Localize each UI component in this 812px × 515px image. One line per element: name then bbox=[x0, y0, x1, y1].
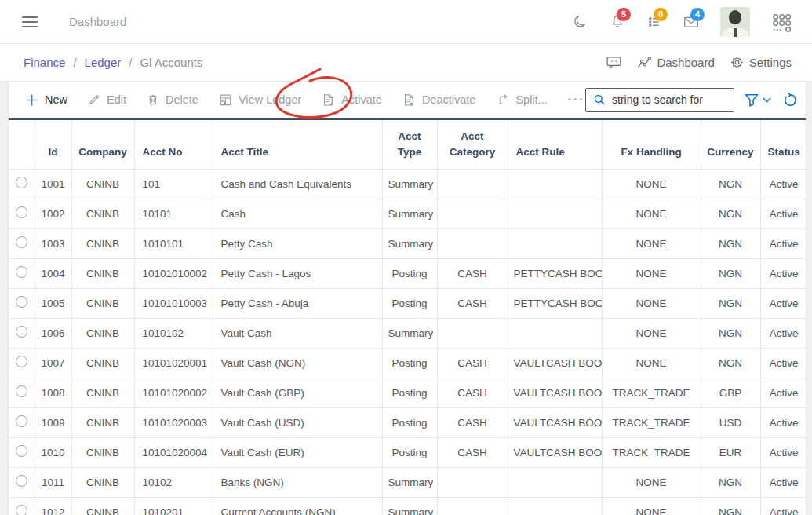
cell-status: Active bbox=[760, 348, 807, 378]
edit-button[interactable]: Edit bbox=[88, 93, 126, 106]
cell-fx_handling: TRACK_TRADE bbox=[602, 378, 701, 407]
cell-acct_rule bbox=[508, 199, 602, 228]
breadcrumb-item-current: Gl Accounts bbox=[140, 56, 202, 69]
cell-acct_type: Summary bbox=[382, 228, 437, 258]
apps-grid-icon[interactable] bbox=[771, 12, 792, 32]
new-button[interactable]: New bbox=[25, 93, 67, 107]
table-row[interactable]: 1012CNINB1010201Current Accounts (NGN)Su… bbox=[9, 497, 807, 515]
row-radio-cell bbox=[9, 199, 35, 228]
cell-currency: NGN bbox=[701, 348, 760, 378]
chevron-down-icon bbox=[763, 97, 771, 103]
id-link[interactable]: 1001 bbox=[41, 178, 64, 190]
cell-currency: USD bbox=[701, 407, 760, 437]
cell-company: CNINB bbox=[71, 258, 134, 288]
cell-acct_rule: VAULTCASH BOOK bbox=[508, 407, 602, 437]
id-link[interactable]: 1011 bbox=[42, 477, 64, 488]
row-radio[interactable] bbox=[16, 385, 27, 397]
activate-button[interactable]: Activate bbox=[322, 93, 382, 107]
deactivate-button[interactable]: Deactivate bbox=[402, 93, 476, 107]
document-check-icon bbox=[322, 93, 335, 107]
row-radio[interactable] bbox=[16, 356, 27, 367]
row-radio[interactable] bbox=[16, 326, 27, 338]
column-header-acct_no[interactable]: Acct No bbox=[134, 120, 213, 169]
split-button[interactable]: Split... bbox=[496, 93, 547, 107]
cell-id: 1002 bbox=[35, 199, 71, 228]
id-link[interactable]: 1002 bbox=[41, 208, 64, 220]
row-radio[interactable] bbox=[16, 206, 27, 218]
column-header-id[interactable]: Id bbox=[35, 120, 71, 169]
id-link[interactable]: 1006 bbox=[41, 327, 64, 339]
table-row[interactable]: 1009CNINB10101020003Vault Cash (USD)Post… bbox=[9, 407, 807, 437]
table-row[interactable]: 1007CNINB10101020001Vault Cash (NGN)Post… bbox=[9, 348, 807, 378]
hamburger-menu-icon[interactable] bbox=[22, 16, 38, 27]
table-row[interactable]: 1006CNINB1010102Vault CashSummaryNONENGN… bbox=[9, 318, 807, 348]
page: Dashboard 5 bbox=[0, 0, 812, 515]
search-input[interactable] bbox=[610, 93, 734, 107]
column-header-acct_type[interactable]: Acct Type bbox=[382, 120, 437, 169]
delete-button[interactable]: Delete bbox=[147, 93, 198, 106]
table-row[interactable]: 1002CNINB10101CashSummaryNONENGNActive bbox=[9, 199, 807, 228]
row-radio[interactable] bbox=[16, 415, 27, 427]
table-row[interactable]: 1004CNINB10101010002Petty Cash - LagosPo… bbox=[9, 258, 807, 288]
id-link[interactable]: 1010 bbox=[41, 447, 64, 458]
cell-acct_no: 10101 bbox=[134, 199, 213, 228]
settings-link[interactable]: Settings bbox=[730, 56, 792, 69]
table-row[interactable]: 1001CNINB101Cash and Cash EquivalentsSum… bbox=[9, 169, 807, 199]
messages-envelope-icon[interactable]: 4 bbox=[683, 14, 699, 30]
id-link[interactable]: 1008 bbox=[41, 387, 64, 399]
row-radio[interactable] bbox=[16, 505, 27, 515]
breadcrumb-item-finance[interactable]: Finance bbox=[24, 56, 65, 69]
cell-acct_rule bbox=[508, 467, 602, 497]
cell-fx_handling: NONE bbox=[602, 467, 701, 497]
filter-button[interactable] bbox=[745, 93, 771, 107]
id-link[interactable]: 1009 bbox=[41, 417, 64, 429]
view-ledger-button[interactable]: View Ledger bbox=[219, 93, 301, 107]
id-link[interactable]: 1003 bbox=[41, 238, 64, 250]
cell-acct_type: Summary bbox=[382, 497, 437, 515]
table-row[interactable]: 1003CNINB1010101Petty CashSummaryNONENGN… bbox=[9, 228, 807, 258]
table-row[interactable]: 1010CNINB10101020004Vault Cash (EUR)Post… bbox=[9, 437, 807, 467]
cell-acct_rule bbox=[508, 318, 602, 348]
notifications-bell-icon[interactable]: 5 bbox=[610, 14, 625, 30]
id-link[interactable]: 1007 bbox=[41, 357, 64, 369]
cell-id: 1007 bbox=[35, 348, 71, 378]
cell-fx_handling: NONE bbox=[602, 199, 701, 228]
cell-acct_type: Posting bbox=[382, 258, 437, 288]
dark-mode-moon-icon[interactable] bbox=[573, 14, 588, 30]
dashboard-link[interactable]: Dashboard bbox=[637, 56, 714, 69]
column-header-company[interactable]: Company bbox=[71, 120, 134, 169]
cell-acct_title: Vault Cash (USD) bbox=[213, 407, 382, 437]
cell-fx_handling: TRACK_TRADE bbox=[602, 437, 701, 467]
column-header-acct_rule[interactable]: Acct Rule bbox=[508, 120, 602, 169]
column-header-acct_category[interactable]: Acct Category bbox=[437, 120, 508, 169]
id-link[interactable]: 1005 bbox=[41, 298, 64, 309]
more-options-button[interactable]: ··· bbox=[568, 93, 585, 107]
id-link[interactable]: 1004 bbox=[41, 268, 64, 279]
table-row[interactable]: 1011CNINB10102Banks (NGN)SummaryNONENGNA… bbox=[9, 467, 807, 497]
cell-acct_type: Posting bbox=[382, 437, 437, 467]
cell-status: Active bbox=[760, 407, 807, 437]
avatar[interactable] bbox=[720, 7, 750, 37]
grid-table: IdCompanyAcct NoAcct TitleAcct TypeAcct … bbox=[9, 120, 807, 515]
row-radio[interactable] bbox=[16, 475, 27, 487]
id-link[interactable]: 1012 bbox=[41, 506, 64, 515]
table-row[interactable]: 1005CNINB10101010003Petty Cash - AbujaPo… bbox=[9, 288, 807, 318]
feedback-chat-icon[interactable] bbox=[606, 56, 621, 69]
grid-card: New Edit Delete bbox=[8, 82, 807, 515]
column-header-acct_title[interactable]: Acct Title bbox=[213, 120, 382, 169]
row-radio[interactable] bbox=[16, 296, 27, 308]
row-radio[interactable] bbox=[16, 236, 27, 248]
cell-acct_category bbox=[437, 467, 508, 497]
column-header-fx_handling[interactable]: Fx Handling bbox=[602, 120, 701, 169]
cell-status: Active bbox=[760, 437, 807, 467]
row-radio[interactable] bbox=[16, 266, 27, 278]
breadcrumb-item-ledger[interactable]: Ledger bbox=[85, 56, 122, 69]
row-radio[interactable] bbox=[16, 177, 27, 188]
refresh-button[interactable] bbox=[783, 93, 798, 108]
column-header-currency[interactable]: Currency bbox=[701, 120, 760, 169]
tasks-list-icon[interactable]: 0 bbox=[646, 14, 662, 30]
table-row[interactable]: 1008CNINB10101020002Vault Cash (GBP)Post… bbox=[9, 378, 807, 407]
row-radio[interactable] bbox=[16, 445, 27, 457]
column-header-status[interactable]: Status bbox=[760, 120, 807, 169]
cell-acct_no: 10101020001 bbox=[134, 348, 213, 378]
